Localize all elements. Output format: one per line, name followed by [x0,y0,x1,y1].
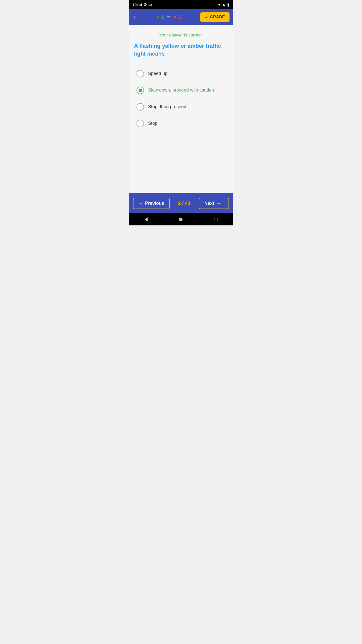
checkmark-icon: ✓ [156,14,160,20]
wrong-count: 1 [178,14,181,20]
signal-icon: ▲ [222,2,226,7]
clipboard-icon: ▭ [148,2,152,7]
wrong-stat: ✕ 1 [173,14,181,20]
left-arrow-icon: ← [139,201,143,206]
bottom-nav: ← Previous 2 / 41 Next → [129,193,233,213]
x-icon: ✕ [173,14,177,20]
option-label-2: Slow down, proceed with caution [148,88,214,93]
radio-inner-2 [139,89,142,92]
right-arrow-icon: → [216,201,221,206]
header: ‹ ✓ 1 ≡ ✕ 1 ✓ GRADE [129,9,233,25]
grade-button-label: GRADE [210,15,225,19]
status-time: 10:14 [132,3,142,7]
feedback-text: Your answer is correct. [134,33,228,38]
option-item-2[interactable]: Slow down, proceed with caution [134,82,228,99]
status-bar: 10:14 ⊙ ▭ ▾ ▲ ▮ [129,0,233,9]
back-button[interactable]: ‹ [132,13,137,22]
previous-button[interactable]: ← Previous [133,198,170,209]
page-indicator: 2 / 41 [178,200,191,206]
next-button[interactable]: Next → [199,198,229,209]
grade-check-icon: ✓ [205,15,208,20]
android-recents-button[interactable] [214,218,217,221]
option-item-4[interactable]: Stop [134,115,228,132]
back-icon: ‹ [133,14,135,20]
option-label-4: Stop [148,121,157,126]
main-content: Your answer is correct. A flashing yello… [129,25,233,193]
grade-button[interactable]: ✓ GRADE [200,12,230,22]
radio-button-3[interactable] [137,103,144,111]
notification-icon: ⊙ [144,2,147,7]
previous-label: Previous [145,201,164,206]
android-back-button[interactable] [145,217,148,221]
correct-stat: ✓ 1 [156,14,164,20]
android-home-button[interactable] [179,218,183,221]
options-list: Speed up Slow down, proceed with caution… [134,65,228,132]
next-label: Next [204,201,214,206]
header-stats: ✓ 1 ≡ ✕ 1 [141,14,196,20]
option-label-1: Speed up [148,71,167,76]
status-bar-right: ▾ ▲ ▮ [218,2,230,7]
radio-button-4[interactable] [137,120,144,127]
correct-count: 1 [161,14,164,20]
status-bar-left: 10:14 ⊙ ▭ [132,2,152,7]
battery-icon: ▮ [227,2,230,7]
option-item-3[interactable]: Stop, then proceed [134,99,228,115]
option-label-3: Stop, then proceed [148,104,186,109]
option-item-1[interactable]: Speed up [134,65,228,82]
menu-icon[interactable]: ≡ [167,14,170,20]
wifi-icon: ▾ [218,2,220,7]
android-nav-bar [129,213,233,225]
radio-button-1[interactable] [137,70,144,77]
radio-button-2[interactable] [137,87,144,94]
question-text: A flashing yellow or amber traffic light… [134,42,228,58]
